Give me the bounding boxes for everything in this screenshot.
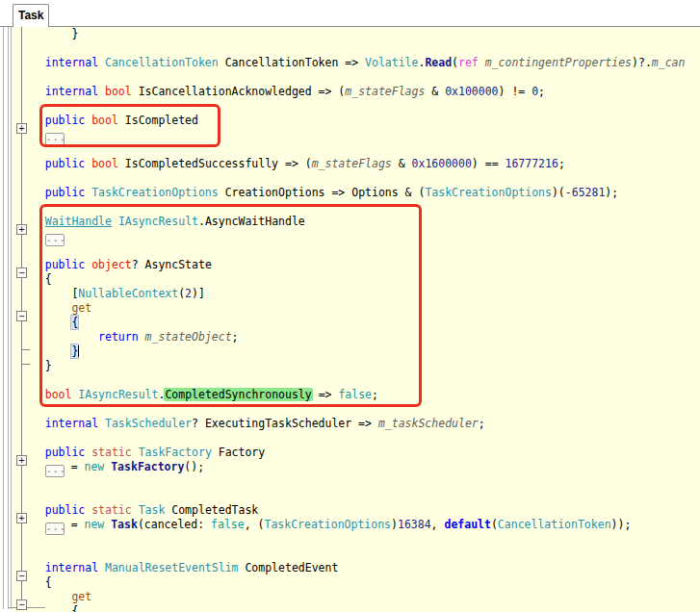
fold-minus-button[interactable]: −	[16, 599, 27, 610]
code-line[interactable]: internal ManualResetEventSlim CompletedE…	[18, 561, 700, 575]
code-line[interactable]	[18, 70, 700, 85]
code-token: 0x100000	[445, 85, 498, 98]
code-token: &	[392, 157, 412, 170]
code-line[interactable]: public static Task CompletedTask	[18, 503, 700, 518]
collapsed-region-box[interactable]: ...	[45, 465, 65, 477]
code-token: (	[491, 518, 498, 531]
code-token: CompletedEvent	[239, 561, 339, 574]
fold-plus-button[interactable]: +	[16, 455, 27, 466]
code-token: =	[65, 460, 85, 473]
code-token: TaskCreationOptions	[425, 186, 552, 199]
code-line[interactable]: {	[18, 575, 700, 590]
annotation-ring-is-completed	[39, 104, 220, 147]
code-token: public	[45, 446, 91, 459]
code-token: ) ==	[472, 157, 506, 170]
code-token: ;	[558, 157, 565, 170]
code-token: CancellationToken	[105, 56, 219, 69]
code-token: ));	[611, 518, 632, 531]
code-line[interactable]	[18, 41, 700, 56]
code-token: internal	[45, 56, 105, 69]
fold-minus-button[interactable]: −	[16, 571, 27, 581]
decompiler-window: Task } internal CancellationToken Cancel…	[0, 0, 700, 612]
code-token: ) !=	[499, 85, 532, 98]
code-token: , (	[245, 518, 265, 531]
code-token: CancellationToken	[498, 518, 611, 531]
fold-plus-button[interactable]: +	[16, 513, 27, 523]
code-token: )(	[552, 186, 565, 199]
code-line[interactable]: ... = new TaskFactory();	[18, 460, 700, 474]
fold-minus-button[interactable]: −	[16, 268, 27, 278]
code-token: TaskScheduler	[105, 417, 192, 430]
code-line[interactable]: get	[18, 590, 700, 604]
fold-end-mark	[21, 349, 30, 350]
code-token: CancellationToken =>	[219, 56, 365, 69]
code-token: public	[45, 186, 91, 199]
code-token: m_stateFlags	[312, 157, 392, 170]
code-line[interactable]: internal bool IsCancellationAcknowledged…	[18, 85, 700, 99]
code-line[interactable]	[18, 171, 700, 186]
code-token: internal	[45, 561, 105, 574]
collapsed-region-box[interactable]: ...	[45, 523, 65, 535]
tab-task-label: Task	[18, 9, 43, 22]
code-token: &	[425, 85, 445, 98]
code-token: ;	[479, 417, 485, 430]
code-token: ? ExecutingTaskScheduler =>	[192, 417, 378, 430]
code-token: bool	[105, 85, 132, 98]
code-token: new	[84, 518, 111, 531]
window-edge-lines	[0, 27, 13, 612]
code-line[interactable]	[18, 547, 700, 561]
code-line[interactable]: }	[18, 27, 700, 41]
code-token: ManualResetEventSlim	[105, 561, 238, 574]
code-token: m_stateFlags	[345, 85, 425, 98]
code-line[interactable]: internal TaskScheduler? ExecutingTaskSch…	[18, 417, 700, 431]
tab-bar: Task	[0, 0, 700, 27]
tab-task[interactable]: Task	[13, 4, 49, 27]
code-token: get	[71, 590, 91, 603]
code-token: public	[45, 503, 91, 517]
code-token: ,	[431, 518, 445, 531]
code-token: Task	[139, 503, 166, 517]
code-line[interactable]	[18, 532, 700, 547]
code-token: 16777216	[505, 157, 557, 170]
code-line[interactable]: {	[18, 604, 700, 612]
code-token: static	[91, 446, 138, 459]
code-token: public	[45, 157, 91, 170]
code-token: internal	[45, 417, 105, 430]
code-token: =	[65, 518, 85, 531]
code-token: static	[91, 503, 138, 517]
code-line[interactable]: internal CancellationToken CancellationT…	[18, 56, 700, 70]
code-line[interactable]	[18, 474, 700, 489]
code-token: m_taskScheduler	[378, 417, 479, 430]
fold-minus-button[interactable]: −	[16, 311, 27, 321]
code-token: CreationOptions => Options & (	[219, 186, 426, 199]
code-token: (	[452, 56, 458, 69]
code-token: m_can	[652, 56, 686, 69]
code-line[interactable]: public bool IsCompletedSuccessfully => (…	[18, 157, 700, 171]
fold-end-mark	[21, 364, 30, 365]
code-token: CompletedTask	[165, 503, 258, 517]
code-line[interactable]: ... = new Task(canceled: false, (TaskCre…	[18, 518, 700, 532]
code-token: new	[84, 460, 111, 473]
fold-plus-button[interactable]: +	[16, 224, 27, 235]
code-token: IsCompletedSuccessfully => (	[118, 157, 312, 170]
code-token: TaskFactory	[139, 446, 212, 459]
code-line[interactable]: public static TaskFactory Factory	[18, 446, 700, 460]
code-token: -65281	[565, 186, 606, 199]
fold-gutter: ++−−++−−	[13, 27, 32, 612]
code-token: IsCancellationAcknowledged => (	[132, 85, 346, 98]
code-token: m_contingentProperties	[485, 56, 632, 69]
code-token: Volatile	[365, 56, 418, 69]
fold-plus-button[interactable]: +	[16, 123, 27, 134]
code-token: );	[605, 186, 618, 199]
code-line[interactable]	[18, 431, 700, 446]
code-token: )	[391, 518, 398, 531]
code-token: internal	[45, 85, 105, 98]
code-line[interactable]: public TaskCreationOptions CreationOptio…	[18, 186, 700, 200]
code-token: Task	[111, 518, 138, 531]
code-token: (canceled:	[138, 518, 211, 531]
code-line[interactable]	[18, 489, 700, 503]
code-token: Read	[425, 56, 452, 69]
code-token: TaskCreationOptions	[264, 518, 391, 531]
code-token: ;	[538, 85, 545, 98]
code-token: bool	[91, 157, 118, 170]
